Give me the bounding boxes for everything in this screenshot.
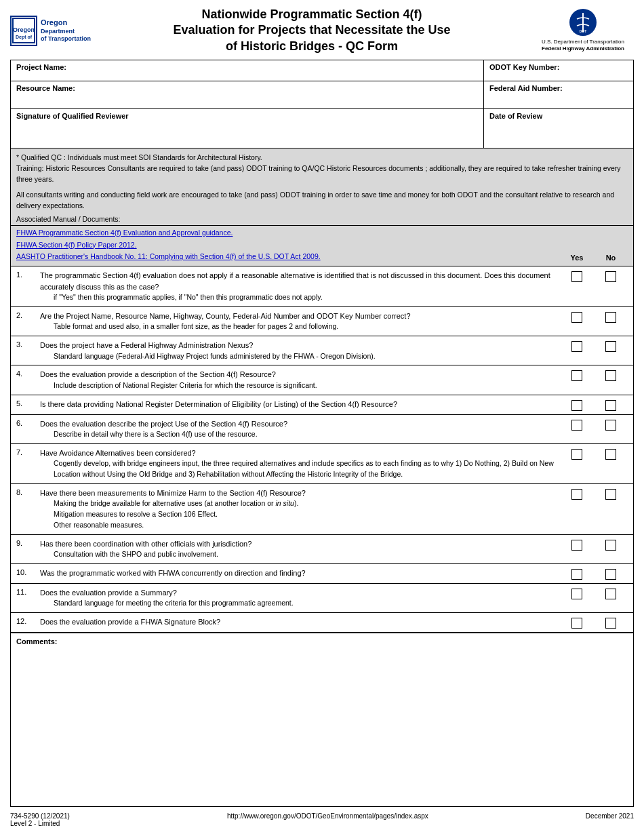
training-text: Historic Resources Consultants are requi… [16,164,621,183]
q9-yes-checkbox[interactable] [571,540,582,551]
odot-logo-text: Oregon Department of Transportation [41,18,91,43]
q9-text: Has there been coordination with other o… [40,538,560,560]
resource-name-row: Resource Name: Federal Aid Number: [11,81,633,109]
link3[interactable]: AASHTO Practitioner's Handbook No. 11: C… [16,251,560,263]
footer-url: http://www.oregon.gov/ODOT/GeoEnvironmen… [227,812,428,827]
q3-yes-checkbox[interactable] [571,341,582,352]
q3-text: Does the project have a Federal Highway … [40,340,560,361]
q4-checkboxes [560,369,628,381]
q12-checkboxes [560,616,628,629]
fhwa-name-label: Federal Highway Administration [542,45,624,52]
q1-checkboxes [560,270,628,282]
svg-text:Oregon: Oregon [13,26,35,33]
q10-no-checkbox[interactable] [605,569,616,580]
resource-name-cell: Resource Name: [11,81,484,108]
q5-yes-checkbox[interactable] [571,400,582,411]
fhwa-logo: DOT U.S. Department of Transportation Fe… [532,9,634,53]
q12-yes-checkbox[interactable] [571,618,582,629]
q9-number: 9. [16,538,40,547]
q6-checkboxes [560,418,628,431]
q7-yes-checkbox[interactable] [571,449,582,460]
question-2-row: 2. Are the Project Name, Resource Name, … [11,307,633,336]
q1-no-checkbox[interactable] [605,271,616,282]
q5-no-checkbox[interactable] [605,400,616,411]
q8-yes-checkbox[interactable] [571,489,582,500]
q1-yes-checkbox[interactable] [571,271,582,282]
q7-number: 7. [16,448,40,456]
q5-number: 5. [16,399,40,408]
project-name-input[interactable] [68,63,469,71]
link1[interactable]: FHWA Programmatic Section 4(f) Evaluatio… [16,227,560,239]
question-10-row: 10. Was the programmatic worked with FHW… [11,564,633,584]
odot-logo: Oregon Dept of Oregon Department of Tran… [10,16,92,46]
question-9-row: 9. Has there been coordination with othe… [11,535,633,564]
q2-yes-checkbox[interactable] [571,312,582,323]
q10-number: 10. [16,568,40,576]
para2: All consultants writing and conducting f… [16,190,628,212]
federal-aid-label: Federal Aid Number: [489,84,563,92]
q7-text: Have Avoidance Alternatives been conside… [40,448,560,480]
q11-yes-checkbox[interactable] [571,589,582,599]
footer-form-number: 734-5290 (12/2021) [10,812,70,820]
question-4-row: 4. Does the evaluation provide a descrip… [11,365,633,395]
q7-no-checkbox[interactable] [605,449,616,460]
question-7-row: 7. Have Avoidance Alternatives been cons… [11,444,633,484]
q2-number: 2. [16,311,40,319]
date-review-cell: Date of Review [484,109,633,148]
odot-key-label: ODOT Key Number: [489,63,559,71]
federal-aid-cell: Federal Aid Number: [484,81,633,108]
odot-logo-icon: Oregon Dept of [10,16,37,46]
q8-text: Have there been measurements to Minimize… [40,488,560,531]
q9-no-checkbox[interactable] [605,540,616,551]
q8-checkboxes [560,488,628,500]
date-review-label: Date of Review [489,112,628,120]
link2[interactable]: FHWA Section 4(f) Policy Paper 2012. [16,239,560,252]
page-title: Nationwide Programmatic Section 4(f) Eva… [92,7,532,54]
page-footer: 734-5290 (12/2021) Level 2 - Limited htt… [10,812,634,827]
question-12-row: 12. Does the evaluation provide a FHWA S… [11,613,633,633]
q6-text: Does the evaluation describe the project… [40,418,560,440]
q11-number: 11. [16,587,40,596]
signature-row: Signature of Qualified Reviewer Date of … [11,109,633,148]
q11-no-checkbox[interactable] [605,589,616,599]
svg-text:DOT: DOT [580,29,587,33]
q12-text: Does the evaluation provide a FHWA Signa… [40,616,560,628]
q8-no-checkbox[interactable] [605,489,616,500]
comments-input[interactable] [16,647,628,674]
q6-no-checkbox[interactable] [605,420,616,431]
q7-checkboxes [560,448,628,460]
sig-reviewer-label: Signature of Qualified Reviewer [16,112,478,120]
form-container: Project Name: ODOT Key Number: Resource … [10,60,634,807]
q4-no-checkbox[interactable] [605,370,616,381]
q10-yes-checkbox[interactable] [571,569,582,580]
q2-checkboxes [560,311,628,323]
q2-no-checkbox[interactable] [605,312,616,323]
q4-number: 4. [16,369,40,378]
question-11-row: 11. Does the evaluation provide a Summar… [11,584,633,613]
q5-text: Is there data providing National Registe… [40,399,560,410]
question-6-row: 6. Does the evaluation describe the proj… [11,415,633,444]
qualified-qc-line: * Qualified QC : Individuals must meet S… [16,153,628,163]
date-review-box[interactable] [489,121,628,145]
links-yesno-row: FHWA Programmatic Section 4(f) Evaluatio… [11,226,633,267]
no-header-label: No [594,254,628,262]
q4-yes-checkbox[interactable] [571,370,582,381]
q12-no-checkbox[interactable] [605,618,616,629]
page-header: Oregon Dept of Oregon Department of Tran… [10,7,634,54]
q9-checkboxes [560,538,628,551]
q6-yes-checkbox[interactable] [571,420,582,431]
assoc-bold: Associated Manual / Documents: [16,215,121,223]
q3-no-checkbox[interactable] [605,341,616,352]
q6-number: 6. [16,418,40,427]
q4-text: Does the evaluation provide a descriptio… [40,369,560,391]
training-bold: Training: [16,164,43,172]
q11-checkboxes [560,587,628,599]
signature-box[interactable] [16,121,478,145]
footer-left: 734-5290 (12/2021) Level 2 - Limited [10,812,70,827]
project-name-cell: Project Name: [11,60,484,81]
q10-checkboxes [560,568,628,580]
signature-cell: Signature of Qualified Reviewer [11,109,484,148]
project-name-row: Project Name: ODOT Key Number: [11,60,633,81]
project-name-label: Project Name: [16,63,66,71]
notes-area: * Qualified QC : Individuals must meet S… [11,148,633,226]
